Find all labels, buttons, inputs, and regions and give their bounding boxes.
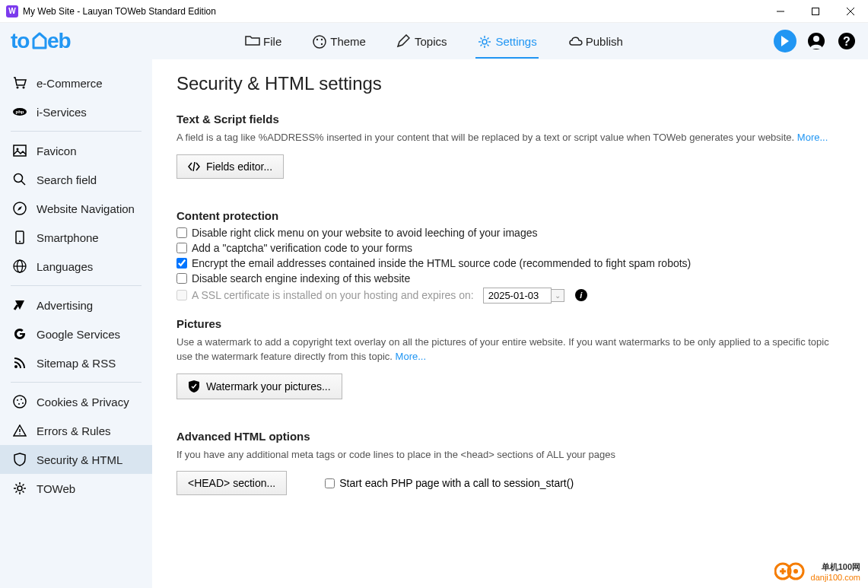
- checkbox-disable-rightclick[interactable]: Disable right click menu on your website…: [176, 227, 844, 239]
- section-desc: Use a watermark to add a copyright text …: [176, 335, 844, 364]
- sidebar-item-navigation[interactable]: Website Navigation: [0, 194, 152, 223]
- minimize-button[interactable]: [763, 0, 798, 22]
- svg-point-37: [17, 486, 22, 491]
- checkbox-captcha[interactable]: Add a "captcha" verification code to you…: [176, 242, 844, 254]
- sidebar-separator: [11, 285, 141, 286]
- watermark-button[interactable]: Watermark your pictures...: [176, 373, 342, 399]
- app-logo: toeb: [11, 28, 94, 54]
- sidebar-item-label: Languages: [37, 260, 93, 273]
- help-icon[interactable]: ?: [836, 30, 857, 52]
- app-icon: W: [6, 5, 18, 17]
- globe-icon: [12, 259, 27, 274]
- google-icon: [12, 326, 27, 342]
- checkbox-session-start[interactable]: Start each PHP page with a call to sessi…: [325, 477, 574, 489]
- compass-icon: [12, 201, 27, 216]
- sidebar-item-label: TOWeb: [37, 482, 75, 495]
- nav-publish[interactable]: Publish: [566, 28, 625, 54]
- svg-point-29: [14, 365, 17, 368]
- svg-point-6: [313, 36, 326, 48]
- gear-icon: [12, 481, 27, 496]
- checkbox-disable-indexing[interactable]: Disable search engine indexing of this w…: [176, 272, 844, 284]
- sidebar-item-google[interactable]: Google Services: [0, 319, 152, 348]
- topbar: toeb File Theme Topics Settings Publish …: [0, 23, 868, 59]
- ssl-date-input[interactable]: [483, 288, 552, 304]
- nav-label: Topics: [415, 35, 447, 48]
- folder-icon: [245, 34, 259, 48]
- sidebar-item-label: Google Services: [37, 328, 120, 341]
- svg-point-31: [17, 399, 18, 401]
- sidebar-item-label: Sitemap & RSS: [37, 357, 116, 370]
- nav-file[interactable]: File: [243, 28, 283, 54]
- sidebar-item-iservices[interactable]: phpi-Services: [0, 97, 152, 126]
- php-icon: php: [12, 104, 27, 119]
- search-icon: [12, 172, 27, 187]
- cookie-icon: [12, 394, 27, 409]
- svg-text:?: ?: [843, 35, 851, 48]
- sidebar-item-search[interactable]: Search field: [0, 165, 152, 194]
- svg-rect-1: [812, 8, 819, 14]
- fields-editor-button[interactable]: Fields editor...: [176, 154, 284, 179]
- sidebar-item-label: e-Commerce: [37, 77, 103, 90]
- section-desc: If you have any additional meta tags or …: [176, 447, 844, 462]
- checkbox-ssl: A SSL certificate is installed on your h…: [176, 288, 844, 304]
- more-link[interactable]: More...: [396, 351, 426, 362]
- sidebar-item-label: Errors & Rules: [37, 424, 111, 437]
- sidebar-item-advertising[interactable]: Advertising: [0, 291, 152, 319]
- sidebar-item-sitemap[interactable]: Sitemap & RSS: [0, 348, 152, 377]
- sidebar-item-favicon[interactable]: Favicon: [0, 136, 152, 165]
- account-icon[interactable]: [806, 30, 827, 52]
- sidebar-item-label: Smartphone: [37, 231, 99, 244]
- close-button[interactable]: [833, 0, 868, 22]
- svg-text:to: to: [11, 29, 30, 52]
- sidebar-separator: [11, 131, 141, 132]
- sidebar: e-Commerce phpi-Services Favicon Search …: [0, 59, 152, 588]
- svg-point-36: [19, 434, 21, 435]
- sidebar-item-security[interactable]: Security & HTML: [0, 445, 152, 474]
- svg-point-8: [321, 39, 323, 40]
- palette-icon: [312, 34, 326, 48]
- shield-icon: [12, 452, 27, 467]
- svg-point-40: [793, 569, 798, 574]
- sidebar-item-label: Cookies & Privacy: [37, 396, 129, 408]
- svg-line-22: [21, 181, 25, 185]
- cart-icon: [12, 75, 27, 91]
- sidebar-item-toweb[interactable]: TOWeb: [0, 474, 152, 503]
- gear-icon: [477, 34, 491, 48]
- sidebar-item-label: Website Navigation: [37, 202, 135, 215]
- svg-point-12: [813, 36, 819, 42]
- checkbox-encrypt-email[interactable]: Encrypt the email addresses contained in…: [176, 257, 844, 269]
- sidebar-item-label: Search field: [37, 173, 97, 186]
- sidebar-item-cookies[interactable]: Cookies & Privacy: [0, 387, 152, 416]
- section-title: Text & Script fields: [176, 113, 844, 126]
- nav-theme[interactable]: Theme: [310, 28, 367, 54]
- svg-text:eb: eb: [47, 29, 71, 52]
- more-link[interactable]: More...: [797, 132, 828, 143]
- sidebar-item-languages[interactable]: Languages: [0, 252, 152, 281]
- pencil-icon: [396, 34, 410, 48]
- date-dropdown-button[interactable]: ⌄: [552, 289, 564, 302]
- svg-point-32: [21, 399, 22, 400]
- warning-icon: [12, 423, 27, 438]
- window-title: My Web Site - Lauyan TOWeb Standard Edit…: [23, 6, 763, 17]
- svg-point-9: [321, 43, 323, 45]
- sidebar-item-ecommerce[interactable]: e-Commerce: [0, 68, 152, 97]
- play-button[interactable]: [774, 30, 796, 52]
- sidebar-item-label: Security & HTML: [37, 453, 122, 466]
- cloud-icon: [568, 34, 581, 48]
- maximize-button[interactable]: [798, 0, 833, 22]
- ads-icon: [12, 297, 27, 313]
- nav-settings[interactable]: Settings: [475, 28, 538, 54]
- section-title: Pictures: [176, 317, 844, 330]
- info-icon[interactable]: i: [575, 289, 587, 301]
- sidebar-item-errors[interactable]: Errors & Rules: [0, 416, 152, 445]
- svg-point-15: [17, 87, 19, 89]
- svg-point-34: [22, 402, 24, 404]
- svg-point-25: [19, 241, 21, 243]
- nav-label: Settings: [495, 35, 536, 48]
- svg-point-30: [14, 396, 26, 408]
- head-section-button[interactable]: <HEAD> section...: [176, 471, 287, 495]
- top-navigation: File Theme Topics Settings Publish: [243, 28, 625, 54]
- sidebar-item-smartphone[interactable]: Smartphone: [0, 223, 152, 252]
- nav-topics[interactable]: Topics: [395, 28, 449, 54]
- svg-point-33: [18, 403, 20, 405]
